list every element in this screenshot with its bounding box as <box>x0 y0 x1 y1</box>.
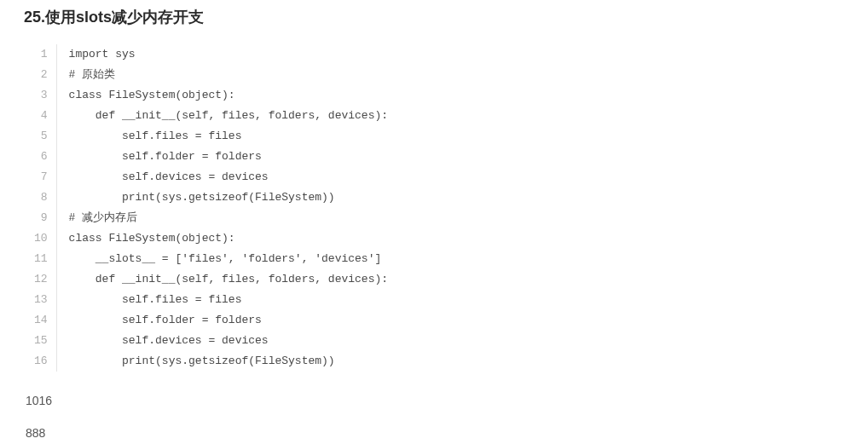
code-row: 9# 减少内存后 <box>24 208 388 228</box>
code-line: print(sys.getsizeof(FileSystem)) <box>56 187 388 208</box>
line-number: 14 <box>24 310 56 331</box>
code-line: # 原始类 <box>56 65 388 85</box>
code-row: 15 self.devices = devices <box>24 331 388 351</box>
code-row: 2# 原始类 <box>24 65 388 85</box>
line-number: 16 <box>24 351 56 372</box>
section-heading: 25.使用slots减少内存开支 <box>24 7 844 27</box>
code-row: 8 print(sys.getsizeof(FileSystem)) <box>24 187 388 208</box>
line-number: 4 <box>24 106 56 126</box>
code-block: 1import sys2# 原始类3class FileSystem(objec… <box>24 44 844 372</box>
code-tbody: 1import sys2# 原始类3class FileSystem(objec… <box>24 44 388 372</box>
code-line: # 减少内存后 <box>56 208 388 228</box>
line-number: 13 <box>24 290 56 310</box>
code-row: 3class FileSystem(object): <box>24 85 388 106</box>
code-row: 12 def __init__(self, files, folders, de… <box>24 269 388 290</box>
code-row: 4 def __init__(self, files, folders, dev… <box>24 106 388 126</box>
line-number: 8 <box>24 187 56 208</box>
code-row: 1import sys <box>24 44 388 65</box>
line-number: 3 <box>24 85 56 106</box>
code-table: 1import sys2# 原始类3class FileSystem(objec… <box>24 44 388 372</box>
code-line: self.devices = devices <box>56 331 388 351</box>
code-line: print(sys.getsizeof(FileSystem)) <box>56 351 388 372</box>
code-row: 7 self.devices = devices <box>24 167 388 187</box>
code-line: import sys <box>56 44 388 65</box>
code-row: 10class FileSystem(object): <box>24 228 388 249</box>
line-number: 9 <box>24 208 56 228</box>
code-row: 5 self.files = files <box>24 126 388 147</box>
line-number: 7 <box>24 167 56 187</box>
code-line: self.files = files <box>56 126 388 147</box>
code-line: self.folder = folders <box>56 310 388 331</box>
code-line: self.files = files <box>56 290 388 310</box>
line-number: 10 <box>24 228 56 249</box>
line-number: 11 <box>24 249 56 269</box>
code-line: class FileSystem(object): <box>56 85 388 106</box>
code-line: def __init__(self, files, folders, devic… <box>56 269 388 290</box>
line-number: 1 <box>24 44 56 65</box>
line-number: 15 <box>24 331 56 351</box>
code-row: 16 print(sys.getsizeof(FileSystem)) <box>24 351 388 372</box>
code-row: 14 self.folder = folders <box>24 310 388 331</box>
code-line: __slots__ = ['files', 'folders', 'device… <box>56 249 388 269</box>
line-number: 6 <box>24 147 56 167</box>
code-row: 11 __slots__ = ['files', 'folders', 'dev… <box>24 249 388 269</box>
output-line-1: 1016 <box>24 394 844 407</box>
code-line: self.folder = folders <box>56 147 388 167</box>
code-line: self.devices = devices <box>56 167 388 187</box>
code-row: 6 self.folder = folders <box>24 147 388 167</box>
code-row: 13 self.files = files <box>24 290 388 310</box>
line-number: 5 <box>24 126 56 147</box>
line-number: 2 <box>24 65 56 85</box>
output-line-2: 888 <box>24 426 844 440</box>
code-line: class FileSystem(object): <box>56 228 388 249</box>
line-number: 12 <box>24 269 56 290</box>
code-line: def __init__(self, files, folders, devic… <box>56 106 388 126</box>
